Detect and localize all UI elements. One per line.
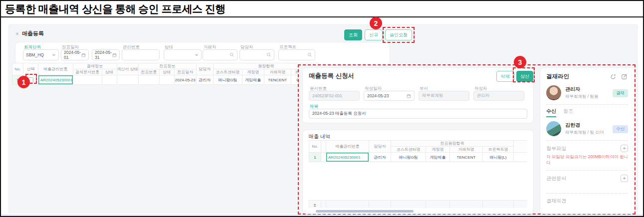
slip-date-from-value: 2024-05-01 [64, 50, 81, 60]
scrollbar-thumb[interactable] [316, 210, 414, 213]
drow-account: 게임매출 [426, 153, 450, 162]
refresh-icon[interactable] [610, 73, 617, 80]
sales-detail-card: 매출 내역 No. 매출관리번호 담당자 전표원장항목 [302, 130, 534, 214]
drow-mgmt-no[interactable]: AR202405230001 [326, 153, 369, 162]
project-search-input[interactable] [278, 49, 315, 60]
divider [546, 170, 628, 171]
attachment-label: 첨부파일 [546, 145, 566, 152]
write-date-value: 2024-05-23 [367, 93, 389, 98]
dcol-account: 계정명 [426, 147, 450, 153]
mgmt-no-input[interactable] [122, 49, 160, 60]
approver-row[interactable]: 관리자 재무회계팀 / 팀원 결재 [546, 85, 628, 100]
screenshot-root: 등록한 매출내역 상신을 통해 승인 프로세스 진행 ★ 매출등록 조회 신규 … [0, 0, 644, 217]
subject-value: 2024-05-23 매출등록 요청서 [312, 111, 366, 117]
receiver-avatar [546, 121, 561, 136]
row-slip-status [159, 75, 174, 85]
step1-marker: 1 [17, 76, 30, 88]
dcol-customer: 거래처명 [450, 147, 483, 153]
approver-avatar [546, 85, 561, 100]
detail-sum-viewport: Σ [309, 200, 527, 208]
dept-input: 재무회계팀 [419, 91, 469, 101]
dcol-tax: 세금 [514, 141, 528, 153]
row-cost-center: 애니팡G팀 [213, 75, 242, 85]
dcol-ledger-group: 전표원장항목 [391, 141, 514, 147]
row-customer: TENCENT [264, 75, 291, 85]
approver-badge: 결재 [613, 89, 628, 97]
dcol-manager: 담당자 [369, 141, 391, 153]
divider [546, 215, 628, 215]
add-related-doc-button[interactable]: + [621, 175, 628, 182]
drow-customer: TENCENT [450, 153, 483, 162]
slip-date-to-value: 2024-05-31 [95, 50, 112, 60]
search-icon[interactable] [266, 52, 271, 57]
guide-title: 등록한 매출내역 상신을 통해 승인 프로세스 진행 [5, 2, 225, 16]
col-slip-date: 전표일자 [174, 69, 196, 75]
row-manager: 관리자 [196, 75, 213, 85]
customer-search-input[interactable] [203, 49, 237, 60]
sales-table: No. 선택 매출관리번호 결재정보 계산서 상태 전표정보 담당자 원장항목 … [12, 63, 319, 85]
col-manager: 담당자 [196, 63, 213, 75]
dcol-cost-center: 코스트센터명 [391, 147, 426, 153]
step3-highlight-box [513, 67, 535, 82]
row-slip-no [138, 75, 159, 85]
write-date-input[interactable]: 2024-05-23 [364, 91, 415, 101]
panel-title: ★ 매출등록 [15, 30, 44, 37]
search-icon[interactable] [307, 52, 312, 57]
sum-row: Σ [309, 201, 528, 209]
calendar-icon[interactable] [81, 53, 86, 57]
col-approval-doc-no: 결재문서번호 [73, 69, 102, 75]
favorite-star-icon: ★ [15, 31, 19, 36]
approval-line-title: 결재라인 [546, 73, 610, 80]
panel-title-label: 매출등록 [22, 30, 44, 37]
receiver-row[interactable]: 김한경 재무회계팀 / 팀 리더 수신 [546, 121, 628, 136]
col-approval-status: 상태 [102, 69, 117, 75]
table-row[interactable]: 1 AR202405230001 2024-05-23 관리자 애니팡G팀 게임… [12, 75, 319, 85]
detail-section-title: 매출 내역 [309, 133, 330, 140]
horizontal-scrollbar[interactable] [309, 210, 527, 213]
calendar-icon[interactable] [112, 53, 117, 57]
col-no: No. [12, 63, 23, 75]
detail-table: No. 매출관리번호 담당자 전표원장항목 세금 코스트센터명 계정명 거래처명… [309, 140, 527, 162]
manager-search-input[interactable] [239, 49, 274, 60]
dcol-spacer [321, 141, 326, 153]
row-invoice-status [117, 75, 138, 85]
tab-reference[interactable]: 참조 [563, 108, 573, 117]
col-account: 계정명 [242, 69, 264, 75]
detail-table-row[interactable]: 1 AR202405230001 관리자 애니팡G팀 게임매출 TENCENT … [309, 153, 528, 162]
col-slip-status: 상태 [159, 69, 174, 75]
slip-date-to-input[interactable]: 2024-05-31 [92, 49, 120, 60]
chevron-down-icon [52, 53, 56, 57]
step2-marker: 2 [370, 17, 382, 29]
drow-spacer [321, 153, 326, 162]
col-slip-no: 전표번호 [138, 69, 159, 75]
drow-manager: 관리자 [369, 153, 391, 162]
doc-no-input: 240523F02-001 [309, 91, 360, 101]
tab-receive[interactable]: 수신 [546, 108, 556, 117]
row-mgmt-no-link[interactable]: AR202405230001 [38, 75, 73, 85]
account-unit-select[interactable]: SBM_HQ [23, 49, 59, 60]
request-form-title: 매출등록 신청서 [309, 72, 354, 80]
subject-input[interactable]: 2024-05-23 매출등록 요청서 [309, 109, 527, 119]
dcol-mgmt-no: 매출관리번호 [326, 141, 369, 153]
add-attachment-button[interactable]: + [621, 145, 628, 152]
detail-sum-table: Σ [309, 200, 527, 208]
step3-marker: 3 [514, 56, 526, 68]
attachment-warning: 각 파일당 파일크기는 200MB이하여야 합니다 [546, 154, 628, 166]
slip-date-from-input[interactable]: 2024-05-01 [61, 49, 89, 60]
calendar-icon[interactable] [407, 94, 411, 98]
new-button[interactable]: 신규 [365, 29, 383, 40]
search-icon[interactable] [229, 52, 234, 57]
status-select[interactable] [164, 49, 202, 60]
divider [546, 104, 628, 105]
dept-value: 재무회계팀 [422, 93, 443, 99]
detail-table-viewport: No. 매출관리번호 담당자 전표원장항목 세금 코스트센터명 계정명 거래처명… [309, 140, 527, 200]
drow-no: 1 [309, 153, 321, 162]
edit-icon[interactable] [621, 73, 628, 80]
writer-input: 관리자 [473, 91, 524, 101]
step2-highlight-box [383, 27, 415, 43]
delete-button[interactable]: 삭제 [496, 71, 514, 82]
title-divider [1, 16, 643, 17]
sum-symbol: Σ [309, 201, 321, 209]
row-approval-doc-no [73, 75, 102, 85]
search-button[interactable]: 조회 [344, 29, 362, 40]
